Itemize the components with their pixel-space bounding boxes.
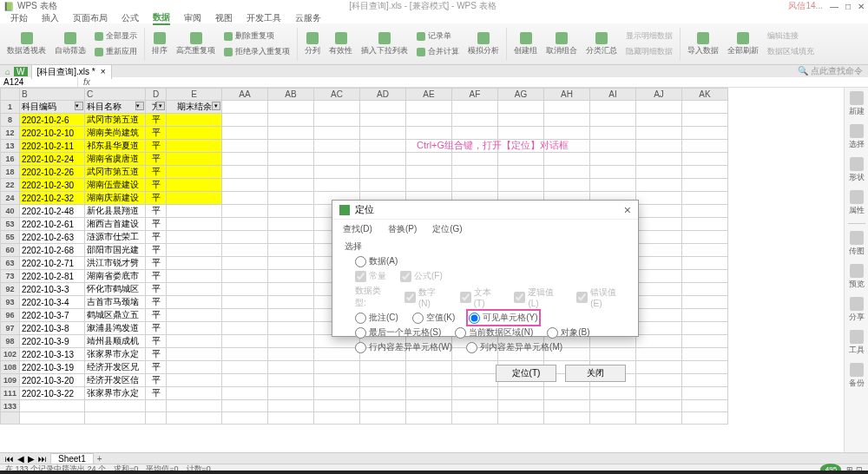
opt-text: 文本(T) <box>460 286 501 308</box>
tab-find[interactable]: 查找(D) <box>343 223 372 237</box>
opt-rowdiff[interactable]: 行内容差异单元格(W) <box>355 341 452 353</box>
opt-visible[interactable]: 可见单元格(Y) <box>469 312 537 324</box>
dialog-titlebar[interactable]: 定位 × <box>332 201 638 220</box>
opt-comment[interactable]: 批注(C) <box>355 312 398 324</box>
opt-const: 常量 <box>355 270 386 282</box>
tab-goto[interactable]: 定位(G) <box>432 223 462 237</box>
goto-dialog: 定位 × 查找(D) 替换(P) 定位(G) 选择 数据(A) 常量 公式(F)… <box>332 200 639 337</box>
opt-lastcell[interactable]: 最后一个单元格(S) <box>355 326 441 339</box>
dialog-overlay: 定位 × 查找(D) 替换(P) 定位(G) 选择 数据(A) 常量 公式(F)… <box>0 0 868 474</box>
cancel-button[interactable]: 关闭 <box>565 365 626 382</box>
opt-err: 错误值(E) <box>576 286 626 308</box>
opt-num: 数字(N) <box>404 286 446 308</box>
dialog-icon <box>339 205 350 215</box>
opt-curregion[interactable]: 当前数据区域(N) <box>455 326 533 339</box>
ok-button[interactable]: 定位(T) <box>496 365 556 382</box>
opt-object[interactable]: 对象(B) <box>547 326 589 339</box>
tab-replace[interactable]: 替换(P) <box>388 223 417 237</box>
opt-data[interactable]: 数据(A) <box>355 255 398 267</box>
opt-logic: 逻辑值(L) <box>514 286 562 308</box>
opt-formula: 公式(F) <box>400 270 443 282</box>
select-label: 选择 <box>345 240 626 253</box>
opt-blank[interactable]: 空值(K) <box>412 312 455 324</box>
dialog-title-text: 定位 <box>355 203 374 216</box>
os-taskbar[interactable] <box>0 471 868 474</box>
dialog-close-icon[interactable]: × <box>624 203 631 217</box>
opt-coldiff[interactable]: 列内容差异单元格(M) <box>466 341 562 353</box>
